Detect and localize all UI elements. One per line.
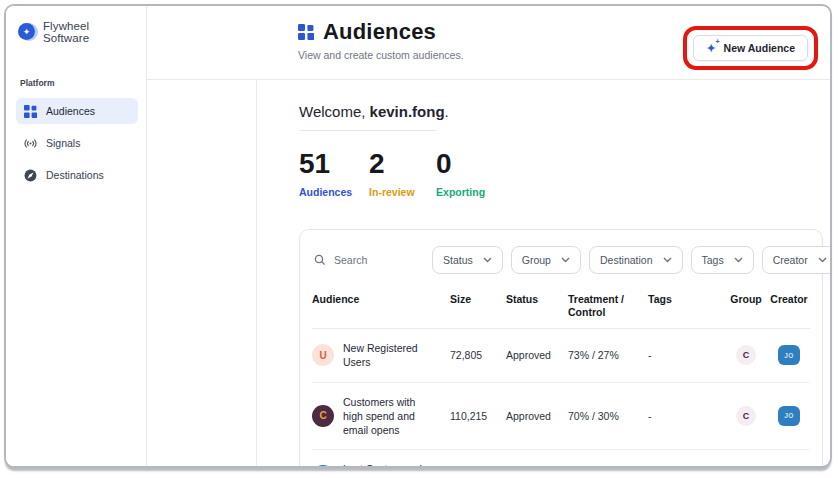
audience-status: Approved	[506, 410, 568, 422]
sidebar-item-label: Audiences	[46, 105, 95, 117]
creator-filter-dropdown[interactable]: Creator	[762, 246, 832, 274]
chevron-down-icon	[561, 257, 570, 263]
stat-audiences: 51 Audiences	[299, 148, 352, 198]
table-row[interactable]: C Customers with high spend and email op…	[312, 383, 810, 451]
dropdown-label: Group	[522, 254, 551, 266]
creator-badge[interactable]: JO	[778, 406, 800, 426]
audience-tags: -	[648, 349, 704, 361]
status-filter-dropdown[interactable]: Status	[432, 246, 503, 274]
group-badge[interactable]: C	[736, 345, 756, 365]
logo-text: Flywheel Software	[43, 20, 138, 44]
search-box	[312, 254, 424, 266]
page-header: Audiences View and create custom audienc…	[147, 6, 830, 80]
new-audience-label: New Audience	[724, 42, 795, 54]
column-header-status: Status	[506, 293, 568, 306]
column-header-audience: Audience	[312, 293, 450, 306]
new-audience-button[interactable]: ✦+ New Audience	[693, 35, 808, 61]
group-badge[interactable]: C	[736, 406, 756, 426]
group-filter-dropdown[interactable]: Group	[511, 246, 581, 274]
stat-value: 51	[299, 148, 352, 180]
audience-avatar: L	[312, 465, 334, 468]
audiences-table-card: Status Group Destination Tags	[299, 229, 823, 468]
welcome-divider	[299, 130, 437, 131]
flywheel-logo-icon: ✦	[18, 23, 36, 41]
dropdown-label: Status	[443, 254, 473, 266]
main-area: Audiences View and create custom audienc…	[147, 6, 830, 466]
sidebar-item-label: Destinations	[46, 169, 104, 181]
stat-exporting: 0 Exporting	[436, 148, 486, 198]
audiences-table: Audience Size Status Treatment / Control…	[312, 280, 810, 468]
search-input[interactable]	[334, 254, 424, 266]
logo: ✦ Flywheel Software	[16, 20, 138, 44]
filter-row: Status Group Destination Tags	[312, 242, 810, 280]
stat-value: 2	[369, 148, 419, 180]
sidebar-section-label: Platform	[20, 78, 138, 88]
creator-badge[interactable]: JO	[778, 345, 800, 365]
audiences-grid-icon	[24, 105, 37, 118]
audience-status: Approved	[506, 349, 568, 361]
chevron-down-icon	[483, 257, 492, 263]
chevron-down-icon	[818, 257, 827, 263]
signals-icon	[24, 137, 37, 150]
column-header-treatment-control: Treatment / Control	[568, 293, 648, 319]
stat-label: Exporting	[436, 186, 486, 198]
sidebar-item-audiences[interactable]: Audiences	[16, 98, 138, 124]
app-window: ✦ Flywheel Software Platform Audiences S…	[4, 4, 832, 468]
column-header-group: Group	[730, 293, 762, 306]
audiences-grid-icon	[298, 24, 314, 40]
group-badge[interactable]: C	[736, 466, 756, 468]
sparkle-plus-icon: ✦+	[706, 43, 715, 54]
sidebar: ✦ Flywheel Software Platform Audiences S…	[6, 6, 147, 466]
sidebar-item-destinations[interactable]: Destinations	[16, 162, 138, 188]
audience-name[interactable]: New Registered Users	[343, 341, 436, 369]
creator-badge[interactable]: NO	[778, 466, 800, 468]
audience-tags: -	[648, 410, 704, 422]
treatment-control: 70% / 30%	[568, 410, 648, 422]
stat-in-review: 2 In-review	[369, 148, 419, 198]
stat-label: In-review	[369, 186, 419, 198]
red-annotation-highlight: ✦+ New Audience	[683, 26, 818, 70]
table-header-row: Audience Size Status Treatment / Control…	[312, 280, 810, 329]
content-panel: Welcome, kevin.fong. 51 Audiences 2 In-r…	[256, 80, 830, 468]
chevron-down-icon	[663, 257, 672, 263]
chevron-down-icon	[734, 257, 743, 263]
welcome-prefix: Welcome,	[299, 103, 370, 120]
table-row[interactable]: U New Registered Users 72,805 Approved 7…	[312, 329, 810, 382]
audience-size: 72,805	[450, 349, 506, 361]
destinations-compass-icon	[24, 169, 37, 182]
page-subtitle: View and create custom audiences.	[298, 49, 464, 61]
dropdown-label: Tags	[702, 254, 724, 266]
sidebar-item-signals[interactable]: Signals	[16, 130, 138, 156]
sidebar-item-label: Signals	[46, 137, 80, 149]
stat-label: Audiences	[299, 186, 352, 198]
column-header-size: Size	[450, 293, 506, 306]
dropdown-label: Creator	[773, 254, 808, 266]
audience-size: 110,215	[450, 410, 506, 422]
audience-name[interactable]: Customers with high spend and email open…	[343, 395, 436, 438]
audience-avatar: C	[312, 405, 334, 427]
destination-filter-dropdown[interactable]: Destination	[589, 246, 683, 274]
column-header-tags: Tags	[648, 293, 704, 306]
welcome-heading: Welcome, kevin.fong.	[299, 103, 824, 120]
column-header-creator: Creator	[770, 293, 807, 306]
table-row[interactable]: L Lost Customers in NY 27,953 Approved 7…	[312, 450, 810, 468]
welcome-suffix: .	[445, 103, 449, 120]
stats-row: 51 Audiences 2 In-review 0 Exporting	[299, 148, 824, 198]
page-title: Audiences	[323, 19, 436, 45]
search-icon	[314, 254, 326, 266]
page-title-block: Audiences View and create custom audienc…	[298, 19, 464, 61]
welcome-username: kevin.fong	[370, 103, 445, 120]
treatment-control: 73% / 27%	[568, 349, 648, 361]
audience-avatar: U	[312, 344, 334, 366]
tags-filter-dropdown[interactable]: Tags	[691, 246, 754, 274]
dropdown-label: Destination	[600, 254, 653, 266]
audience-name[interactable]: Lost Customers in NY	[343, 462, 436, 468]
stat-value: 0	[436, 148, 486, 180]
